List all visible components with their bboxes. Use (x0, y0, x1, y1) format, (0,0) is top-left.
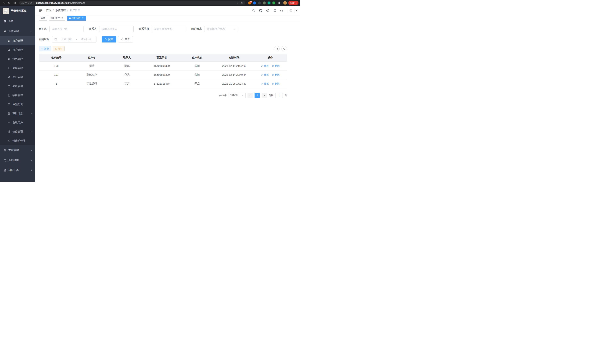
phone-input-field[interactable] (154, 28, 184, 30)
home-button[interactable] (12, 0, 17, 5)
sidebar-item-post[interactable]: 岗位管理 (0, 82, 35, 91)
puzzle-icon[interactable] (277, 0, 282, 5)
sidebar-item-sms[interactable]: 短信管理 (0, 127, 35, 136)
tenant-name-input-field[interactable] (52, 28, 81, 30)
sidebar-item-pay[interactable]: 支付管理 (0, 145, 35, 155)
sidebar-item-notice[interactable]: 通知公告 (0, 100, 35, 109)
page-suffix: 页 (285, 94, 287, 97)
refresh-table-button[interactable] (281, 46, 287, 51)
bookmark-star-icon[interactable] (240, 2, 243, 4)
extension-3-icon[interactable] (258, 1, 261, 4)
sidebar-item-dict[interactable]: 字典管理 (0, 91, 35, 100)
close-tab-icon[interactable]: × (61, 17, 64, 19)
prev-page-button[interactable] (247, 93, 253, 98)
font-size-icon[interactable]: TT (279, 7, 285, 13)
tenant-name-input[interactable] (49, 26, 84, 32)
github-icon[interactable] (258, 7, 264, 13)
edit-button[interactable]: 修改 (261, 82, 269, 85)
logo-image (3, 8, 9, 14)
phone-input[interactable] (152, 26, 186, 32)
sidebar-item-audit[interactable]: 审计日志 (0, 109, 35, 118)
sidebar-item-user[interactable]: 用户管理 (0, 45, 35, 54)
sidebar-item-role[interactable]: 角色管理 (0, 54, 35, 64)
next-page-button[interactable] (262, 93, 267, 98)
delete-button[interactable]: 删除 (272, 82, 280, 85)
reset-button[interactable]: 重置 (118, 36, 133, 42)
breadcrumb-item[interactable]: 系统管理 (55, 9, 66, 12)
edit-button[interactable]: 修改 (261, 73, 269, 76)
active-tab-dot (69, 18, 71, 19)
toolbox-icon (4, 169, 7, 172)
sidebar-item-menu[interactable]: 菜单管理 (0, 64, 35, 73)
cell-created: 2021-12-14 20:49:44 (215, 70, 253, 79)
app-logo[interactable]: 芋道管理系统 (0, 6, 35, 16)
table-toolbar: 新增 导出 (39, 46, 287, 51)
chevron-down-icon (30, 113, 32, 114)
add-button[interactable]: 新增 (39, 46, 51, 51)
breadcrumb-item: 租户管理 (70, 9, 80, 12)
share-icon[interactable] (236, 2, 238, 4)
back-button[interactable] (1, 0, 7, 5)
extension-1-icon[interactable]: 10 (248, 1, 251, 4)
code-icon (8, 139, 10, 142)
sidebar-item-infra[interactable]: 基础设施 (0, 155, 35, 165)
reload-button[interactable] (7, 0, 12, 5)
address-bar[interactable]: 不安全 dashboard.yudao.iocoder.cn/system/te… (19, 1, 245, 5)
extension-6-icon[interactable] (272, 1, 275, 4)
tab-home[interactable]: 首页 (39, 16, 47, 21)
tab-tenant[interactable]: 租户管理× (67, 16, 86, 21)
search-button[interactable]: 搜索 (102, 36, 116, 42)
page-number-current[interactable]: 1 (254, 93, 260, 98)
browser-profile-avatar[interactable] (283, 1, 287, 5)
sidebar-item-errcode[interactable]: 错误码管理 (0, 136, 35, 145)
sidebar-item-tenant[interactable]: 租户管理 (0, 36, 35, 45)
export-button[interactable]: 导出 (53, 46, 65, 51)
page-size-select[interactable]: 10条/页 (229, 93, 246, 98)
cell-actions: 修改删除 (253, 70, 287, 79)
chrome-update-button[interactable]: 更新 (288, 1, 299, 5)
role-icon (8, 57, 10, 60)
column-header: 租户编号 (39, 54, 74, 61)
contact-input[interactable] (99, 26, 134, 32)
contact-input-field[interactable] (102, 28, 131, 30)
book-icon (8, 94, 10, 97)
delete-button[interactable]: 删除 (272, 73, 280, 76)
toggle-search-button[interactable] (274, 46, 280, 51)
goto-page-input[interactable] (275, 93, 283, 98)
sidebar-item-dept[interactable]: 部门管理 (0, 73, 35, 82)
cell-actions: 修改删除 (253, 61, 287, 70)
breadcrumb-item[interactable]: 首页 (46, 9, 51, 12)
fullscreen-icon[interactable] (272, 7, 278, 13)
close-tab-icon[interactable]: × (81, 17, 84, 19)
message-icon (8, 103, 10, 106)
user-icon (8, 48, 10, 51)
sidebar-item-devtools[interactable]: 研发工具 (0, 165, 35, 175)
hamburger-icon[interactable] (38, 9, 43, 12)
cell-contact: 秃头 (110, 70, 144, 79)
cell-status: 开启 (179, 79, 215, 88)
filter-buttons: 搜索 重置 (102, 36, 133, 42)
extension-5-icon[interactable] (268, 1, 271, 4)
user-avatar-menu[interactable] (287, 8, 297, 13)
sidebar-item-home[interactable]: 首页 (0, 16, 35, 26)
app-title: 芋道管理系统 (11, 9, 26, 13)
yen-icon (4, 149, 7, 152)
sidebar-item-system[interactable]: 系统管理 (0, 26, 35, 36)
sidebar-item-online[interactable]: 在线用户 (0, 118, 35, 127)
cell-phone: 15601691300 (144, 61, 179, 70)
sidebar-menu: 首页系统管理租户管理用户管理角色管理菜单管理部门管理岗位管理字典管理通知公告审计… (0, 16, 35, 182)
chevron-down-icon (233, 28, 236, 30)
create-time-range-picker[interactable]: 开始日期 - 结束日期 (52, 36, 96, 42)
help-icon[interactable] (265, 7, 271, 13)
tab-dept[interactable]: 部门管理× (49, 16, 65, 21)
table-row: 108测试测试15601691300关闭2021-12-14 21:02:09修… (39, 61, 287, 70)
extension-2-icon[interactable] (253, 1, 256, 4)
site-security-indicator[interactable]: 不安全 (21, 1, 32, 4)
page-content: 租户名 联系人 联系手机 租户状态 请选择租户状态 (35, 21, 300, 182)
edit-button[interactable]: 修改 (261, 64, 269, 67)
download-icon (55, 48, 57, 50)
extension-4-icon[interactable] (263, 1, 266, 4)
delete-button[interactable]: 删除 (272, 64, 280, 67)
search-icon[interactable] (251, 7, 257, 13)
tenant-status-select[interactable]: 请选择租户状态 (204, 26, 238, 32)
